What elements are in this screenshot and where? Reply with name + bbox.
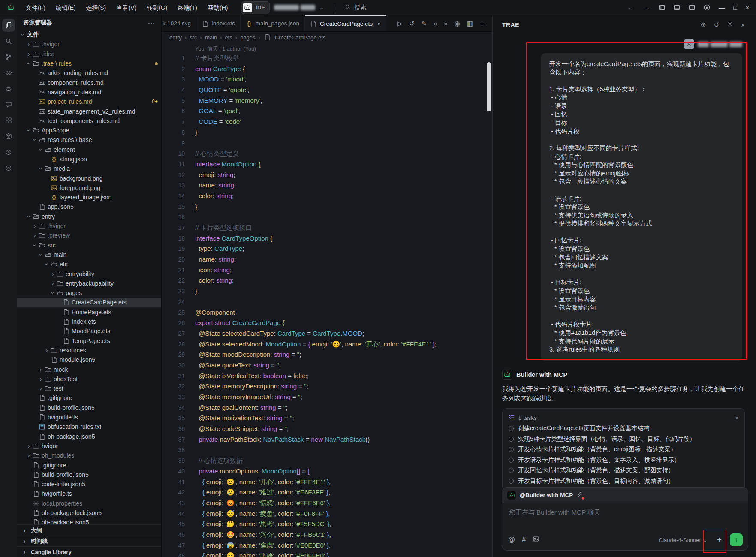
tree-item-build-profile.json5[interactable]: build-profile.json5 [17,470,161,479]
breadcrumb-item[interactable]: src [190,34,197,41]
task-item[interactable]: 开发回忆卡片样式和功能（背景色、描述文案、配图支持） [509,465,738,476]
chevron-right-icon[interactable]: › [38,366,44,373]
tab-CreateCardPage.ets[interactable]: CreateCardPage.ets× [305,15,386,31]
editor-scrollbar[interactable] [486,43,491,557]
menu-选择S[interactable]: 选择(S) [81,0,111,15]
tree-item-app.json5[interactable]: app.json5 [17,202,161,211]
edit-icon[interactable]: ✎ [421,20,427,27]
task-item[interactable]: 创建createCardPage.ets页面文件并设置基本结构 [509,423,738,434]
mention-icon[interactable]: @ [508,536,515,544]
breadcrumb[interactable]: entry›src›main›ets›pages›CreateCardPage.… [162,32,492,43]
breadcrumb-item[interactable]: ets [225,34,232,41]
tree-item-build-profile.json5[interactable]: build-profile.json5 [17,403,161,412]
tree-item-oh-package-lock.json5[interactable]: oh-package-lock.json5 [17,508,161,518]
chat-input-card[interactable]: @Builder with MCP 您正在与 Builder with MCP … [502,487,748,551]
menu-转到G[interactable]: 转到(G) [142,0,172,15]
tree-item-hvigorfile.ts[interactable]: hvigorfile.ts [17,412,161,422]
explorer-section-Cangjie Library[interactable]: ›Cangjie Library [17,546,161,557]
ide-switcher[interactable]: IDE [241,1,270,14]
chevron-down-icon[interactable]: › [31,137,38,143]
breadcrumb-item[interactable]: pages [240,34,255,41]
tree-item-ohosTest[interactable]: ›ohosTest [17,374,161,384]
tree-item-entrybackupability[interactable]: ›entrybackupability [17,279,161,288]
chevron-right-icon[interactable]: › [32,223,38,229]
tools-icon[interactable] [577,491,583,499]
tree-item-foreground.png[interactable]: foreground.png [17,183,161,193]
more-icon[interactable]: ··· [480,20,486,27]
menu-终端T[interactable]: 终端(T) [172,0,202,15]
debug-icon[interactable] [2,82,15,95]
tree-item-code-linter.json5[interactable]: code-linter.json5 [17,479,161,489]
chat-icon[interactable] [2,98,15,111]
breadcrumb-item[interactable]: entry [169,34,182,41]
explorer-section-大纲[interactable]: ›大纲 [17,525,161,536]
tree-section-header[interactable]: ›文件 [17,30,161,39]
chevron-right-icon[interactable]: › [26,452,32,459]
code-editor[interactable]: You, 前天 | 1 author (You) 1// 卡片类型枚举2enum… [162,43,492,557]
chevron-down-icon[interactable]: › [49,290,56,296]
chevron-down-icon[interactable]: › [31,242,38,248]
chevron-down-icon[interactable]: › [25,214,32,220]
chevron-down-icon[interactable]: › [19,32,26,38]
chevron-right-icon[interactable]: › [38,376,44,382]
new-chat-icon[interactable]: ⊕ [701,21,706,29]
chevron-right-icon[interactable]: › [26,51,32,57]
history-icon[interactable]: ↺ [409,20,415,27]
chat-history-icon[interactable]: ↺ [714,21,720,29]
target-icon[interactable] [2,162,15,175]
tree-item-src[interactable]: ›src [17,241,161,250]
toggle-panel-icon[interactable] [674,4,680,11]
explorer-icon[interactable] [2,19,15,32]
model-selector[interactable]: Claude-4-Sonnet ⌄ [659,537,708,543]
tree-item-obfuscation-rules.txt[interactable]: obfuscation-rules.txt [17,422,161,431]
attach-image-icon[interactable] [533,536,539,544]
chevron-down-icon[interactable]: › [43,261,50,267]
tree-item-.idea[interactable]: ›.idea [17,49,161,59]
tree-item-hvigorfile.ts[interactable]: hvigorfile.ts [17,489,161,498]
tree-item-hvigor[interactable]: ›hvigor [17,441,161,451]
add-context-button[interactable]: + [714,535,724,545]
menu-编辑E[interactable]: 编辑(E) [51,0,81,15]
tree-item-mock[interactable]: ›mock [17,364,161,374]
chat-input[interactable]: 您正在与 Builder with MCP 聊天 [502,503,748,522]
chevron-right-icon[interactable]: › [38,385,44,392]
explorer-more-actions-icon[interactable]: ··· [148,20,156,26]
tree-item-resources[interactable]: ›resources [17,346,161,355]
step-forward-icon[interactable]: » [444,20,447,27]
tree-item-background.png[interactable]: background.png [17,173,161,183]
tree-item-media[interactable]: ›media [17,164,161,173]
source-control-icon[interactable] [2,51,15,63]
nav-back-icon[interactable]: ← [628,4,635,12]
tree-item-.hvigor[interactable]: ›.hvigor [17,39,161,49]
extensions-grid-icon[interactable] [2,114,15,127]
hash-icon[interactable]: # [522,536,526,544]
breadcrumb-item[interactable]: main [205,34,217,41]
tree-item-text_components_rules.md[interactable]: text_components_rules.md [17,116,161,126]
task-item[interactable]: 开发心情卡片样式和功能（背景色、emoji图标、描述文案） [509,444,738,455]
chevron-down-icon[interactable]: › [37,252,44,258]
history-icon[interactable] [2,146,15,159]
chevron-down-icon[interactable]: › [25,127,32,133]
maximize-button[interactable]: □ [733,4,737,11]
chat-settings-icon[interactable] [727,21,733,29]
chevron-right-icon[interactable]: › [32,232,38,239]
close-button[interactable]: × [746,4,749,11]
menu-文件F[interactable]: 文件(F) [21,0,51,15]
tree-item-project_rules.md[interactable]: project_rules.md9+ [17,97,161,106]
editor-scrollbar-thumb[interactable] [487,62,491,111]
task-item[interactable]: 实现5种卡片类型选择界面（心情、语录、回忆、目标、代码片段） [509,434,738,444]
agent-name[interactable]: @Builder with MCP [520,492,573,498]
chevron-right-icon[interactable]: › [50,280,56,287]
tree-item-resourcesbase[interactable]: ›resources \ base [17,135,161,145]
tree-item-component_rules.md[interactable]: component_rules.md [17,78,161,87]
tree-item-element[interactable]: ›element [17,145,161,154]
chevron-right-icon[interactable]: › [50,271,56,277]
tree-item-oh-package.json5[interactable]: oh-package.json5 [17,518,161,524]
toggle-sidebar-icon[interactable] [659,4,665,11]
menu-查看V[interactable]: 查看(V) [111,0,142,15]
tab-close-icon[interactable]: × [377,21,381,27]
search-icon[interactable] [2,35,15,48]
chevron-right-icon[interactable]: › [44,347,50,354]
task-item[interactable]: 开发语录卡片样式和功能（背景色、文字录入、横竖排显示） [509,455,738,465]
step-back-icon[interactable]: « [434,20,437,27]
